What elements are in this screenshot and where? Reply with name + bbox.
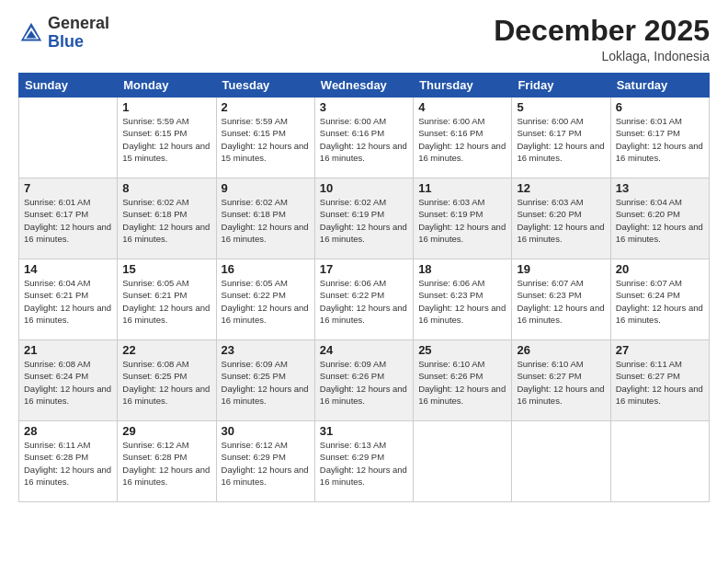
day-number: 8 xyxy=(122,181,210,195)
logo-blue-text: Blue xyxy=(48,32,84,51)
calendar-cell: 13Sunrise: 6:04 AMSunset: 6:20 PMDayligh… xyxy=(610,178,709,259)
calendar-cell: 10Sunrise: 6:02 AMSunset: 6:19 PMDayligh… xyxy=(314,178,413,259)
calendar-cell: 8Sunrise: 6:02 AMSunset: 6:18 PMDaylight… xyxy=(118,178,216,259)
weekday-header: Friday xyxy=(512,74,610,98)
calendar-cell: 14Sunrise: 6:04 AMSunset: 6:21 PMDayligh… xyxy=(19,259,118,340)
day-number: 21 xyxy=(24,343,112,357)
day-info: Sunrise: 6:09 AMSunset: 6:25 PMDaylight:… xyxy=(222,358,310,407)
header: General Blue December 2025 Loklaga, Indo… xyxy=(18,15,710,63)
calendar-cell: 6Sunrise: 6:01 AMSunset: 6:17 PMDaylight… xyxy=(610,98,709,178)
calendar-cell: 23Sunrise: 6:09 AMSunset: 6:25 PMDayligh… xyxy=(216,340,314,421)
day-info: Sunrise: 6:01 AMSunset: 6:17 PMDaylight:… xyxy=(24,196,112,245)
calendar-cell: 29Sunrise: 6:12 AMSunset: 6:28 PMDayligh… xyxy=(118,421,216,502)
day-number: 9 xyxy=(222,181,310,195)
day-number: 29 xyxy=(122,424,210,438)
day-number: 26 xyxy=(517,343,605,357)
weekday-header: Wednesday xyxy=(314,74,413,98)
calendar-cell xyxy=(512,421,610,502)
day-info: Sunrise: 6:02 AMSunset: 6:18 PMDaylight:… xyxy=(222,196,310,245)
calendar-cell: 31Sunrise: 6:13 AMSunset: 6:29 PMDayligh… xyxy=(314,421,413,502)
day-number: 19 xyxy=(517,262,605,276)
day-number: 2 xyxy=(222,100,310,114)
day-number: 10 xyxy=(320,181,408,195)
calendar-cell: 2Sunrise: 5:59 AMSunset: 6:15 PMDaylight… xyxy=(216,98,314,178)
day-info: Sunrise: 6:10 AMSunset: 6:26 PMDaylight:… xyxy=(418,358,506,407)
calendar-cell: 30Sunrise: 6:12 AMSunset: 6:29 PMDayligh… xyxy=(216,421,314,502)
day-info: Sunrise: 6:13 AMSunset: 6:29 PMDaylight:… xyxy=(320,439,408,488)
weekday-header: Monday xyxy=(118,74,216,98)
day-number: 18 xyxy=(418,262,506,276)
calendar-cell xyxy=(414,421,512,502)
day-number: 13 xyxy=(616,181,704,195)
calendar-cell: 28Sunrise: 6:11 AMSunset: 6:28 PMDayligh… xyxy=(19,421,118,502)
weekday-header: Tuesday xyxy=(216,74,314,98)
calendar-cell: 21Sunrise: 6:08 AMSunset: 6:24 PMDayligh… xyxy=(19,340,118,421)
day-info: Sunrise: 6:04 AMSunset: 6:20 PMDaylight:… xyxy=(616,196,704,245)
day-info: Sunrise: 6:07 AMSunset: 6:24 PMDaylight:… xyxy=(616,277,704,326)
calendar-cell: 24Sunrise: 6:09 AMSunset: 6:26 PMDayligh… xyxy=(314,340,413,421)
day-number: 1 xyxy=(122,100,210,114)
day-info: Sunrise: 6:09 AMSunset: 6:26 PMDaylight:… xyxy=(320,358,408,407)
calendar-week-row: 7Sunrise: 6:01 AMSunset: 6:17 PMDaylight… xyxy=(19,178,710,259)
day-info: Sunrise: 6:01 AMSunset: 6:17 PMDaylight:… xyxy=(616,115,704,164)
calendar-cell: 7Sunrise: 6:01 AMSunset: 6:17 PMDaylight… xyxy=(19,178,118,259)
day-number: 23 xyxy=(222,343,310,357)
day-info: Sunrise: 5:59 AMSunset: 6:15 PMDaylight:… xyxy=(222,115,310,164)
calendar-week-row: 21Sunrise: 6:08 AMSunset: 6:24 PMDayligh… xyxy=(19,340,710,421)
day-number: 5 xyxy=(517,100,605,114)
page: General Blue December 2025 Loklaga, Indo… xyxy=(0,0,728,563)
weekday-header: Thursday xyxy=(414,74,512,98)
calendar-header-row: SundayMondayTuesdayWednesdayThursdayFrid… xyxy=(19,74,710,98)
calendar-cell xyxy=(610,421,709,502)
calendar-cell: 20Sunrise: 6:07 AMSunset: 6:24 PMDayligh… xyxy=(610,259,709,340)
day-info: Sunrise: 6:08 AMSunset: 6:25 PMDaylight:… xyxy=(122,358,210,407)
day-number: 27 xyxy=(616,343,704,357)
calendar-cell: 22Sunrise: 6:08 AMSunset: 6:25 PMDayligh… xyxy=(118,340,216,421)
calendar-cell: 16Sunrise: 6:05 AMSunset: 6:22 PMDayligh… xyxy=(216,259,314,340)
day-number: 17 xyxy=(320,262,408,276)
day-info: Sunrise: 6:05 AMSunset: 6:21 PMDaylight:… xyxy=(122,277,210,326)
calendar-cell: 11Sunrise: 6:03 AMSunset: 6:19 PMDayligh… xyxy=(414,178,512,259)
month-title: December 2025 xyxy=(494,15,710,47)
day-info: Sunrise: 6:10 AMSunset: 6:27 PMDaylight:… xyxy=(517,358,605,407)
day-info: Sunrise: 6:04 AMSunset: 6:21 PMDaylight:… xyxy=(24,277,112,326)
calendar-week-row: 14Sunrise: 6:04 AMSunset: 6:21 PMDayligh… xyxy=(19,259,710,340)
day-info: Sunrise: 6:07 AMSunset: 6:23 PMDaylight:… xyxy=(517,277,605,326)
calendar-cell: 19Sunrise: 6:07 AMSunset: 6:23 PMDayligh… xyxy=(512,259,610,340)
day-info: Sunrise: 6:03 AMSunset: 6:19 PMDaylight:… xyxy=(418,196,506,245)
day-number: 31 xyxy=(320,424,408,438)
calendar-cell: 27Sunrise: 6:11 AMSunset: 6:27 PMDayligh… xyxy=(610,340,709,421)
logo: General Blue xyxy=(18,15,109,52)
logo-icon xyxy=(18,20,44,46)
day-info: Sunrise: 6:05 AMSunset: 6:22 PMDaylight:… xyxy=(222,277,310,326)
day-info: Sunrise: 5:59 AMSunset: 6:15 PMDaylight:… xyxy=(122,115,210,164)
day-info: Sunrise: 6:00 AMSunset: 6:16 PMDaylight:… xyxy=(418,115,506,164)
weekday-header: Sunday xyxy=(19,74,118,98)
calendar-week-row: 28Sunrise: 6:11 AMSunset: 6:28 PMDayligh… xyxy=(19,421,710,502)
location: Loklaga, Indonesia xyxy=(494,49,710,63)
calendar-cell: 25Sunrise: 6:10 AMSunset: 6:26 PMDayligh… xyxy=(414,340,512,421)
calendar-cell: 17Sunrise: 6:06 AMSunset: 6:22 PMDayligh… xyxy=(314,259,413,340)
day-number: 22 xyxy=(122,343,210,357)
calendar-table: SundayMondayTuesdayWednesdayThursdayFrid… xyxy=(18,73,710,502)
day-info: Sunrise: 6:12 AMSunset: 6:29 PMDaylight:… xyxy=(222,439,310,488)
day-info: Sunrise: 6:02 AMSunset: 6:18 PMDaylight:… xyxy=(122,196,210,245)
day-number: 7 xyxy=(24,181,112,195)
day-number: 28 xyxy=(24,424,112,438)
day-number: 11 xyxy=(418,181,506,195)
weekday-header: Saturday xyxy=(610,74,709,98)
day-number: 15 xyxy=(122,262,210,276)
day-number: 4 xyxy=(418,100,506,114)
calendar-cell: 9Sunrise: 6:02 AMSunset: 6:18 PMDaylight… xyxy=(216,178,314,259)
calendar-cell: 3Sunrise: 6:00 AMSunset: 6:16 PMDaylight… xyxy=(314,98,413,178)
day-number: 24 xyxy=(320,343,408,357)
day-info: Sunrise: 6:08 AMSunset: 6:24 PMDaylight:… xyxy=(24,358,112,407)
day-number: 20 xyxy=(616,262,704,276)
day-number: 25 xyxy=(418,343,506,357)
day-info: Sunrise: 6:06 AMSunset: 6:23 PMDaylight:… xyxy=(418,277,506,326)
day-number: 12 xyxy=(517,181,605,195)
day-info: Sunrise: 6:03 AMSunset: 6:20 PMDaylight:… xyxy=(517,196,605,245)
calendar-cell: 26Sunrise: 6:10 AMSunset: 6:27 PMDayligh… xyxy=(512,340,610,421)
day-number: 3 xyxy=(320,100,408,114)
day-number: 6 xyxy=(616,100,704,114)
